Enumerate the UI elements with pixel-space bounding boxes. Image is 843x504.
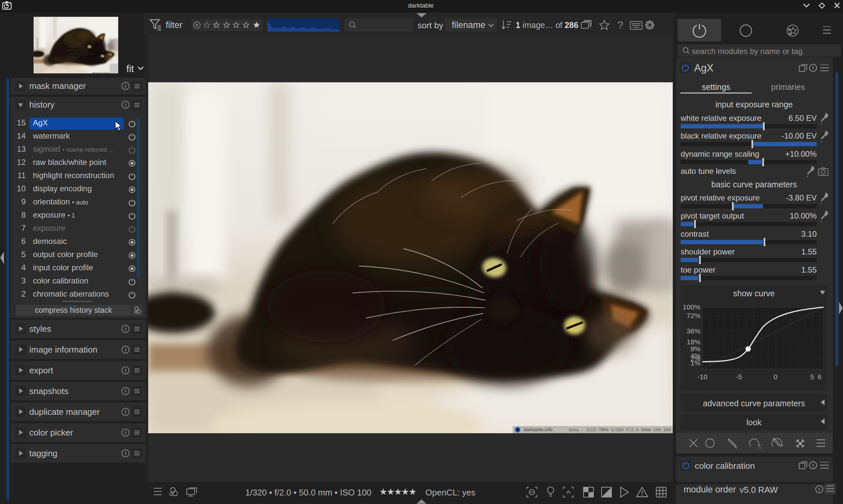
svg-text:6: 6 (818, 373, 822, 381)
svg-text:72%: 72% (686, 312, 700, 319)
svg-text:9%: 9% (690, 345, 700, 353)
svg-text:36%: 36% (686, 327, 700, 335)
svg-text:5: 5 (810, 373, 814, 381)
svg-text:-5: -5 (736, 373, 742, 381)
svg-text:100%: 100% (683, 303, 700, 311)
svg-text:-10: -10 (697, 373, 707, 381)
svg-text:0: 0 (773, 373, 777, 381)
svg-text:18%: 18% (686, 338, 700, 346)
svg-text:1%: 1% (690, 359, 700, 367)
